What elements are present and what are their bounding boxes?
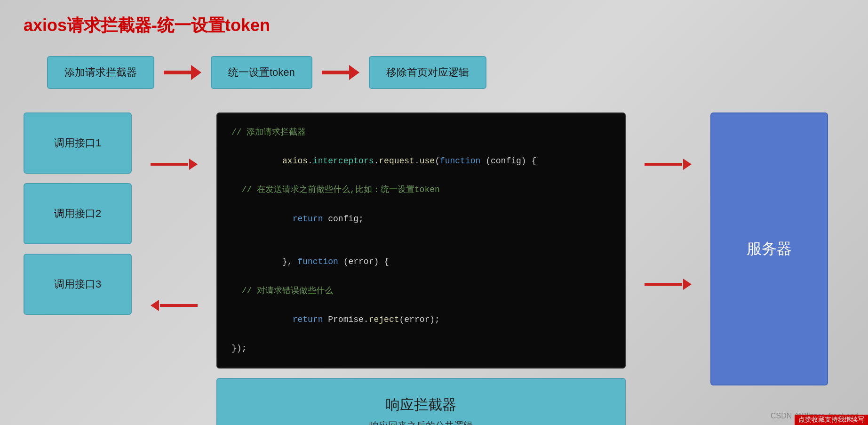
arrow-from-server [645,216,692,353]
right-arrows [645,112,692,353]
main-content: 调用接口1 调用接口2 调用接口3 // 添加请求拦截器 axios.inter… [24,112,844,425]
flow-arrow-1 [164,63,201,82]
left-mid-arrows [151,112,198,336]
left-column: 调用接口1 调用接口2 调用接口3 [24,112,132,315]
code-request: request [379,156,414,166]
code-reject: reject [369,315,399,324]
response-subtitle: 响应回来之后的公共逻辑 [369,419,473,425]
arrow-right-icon-2 [322,63,359,82]
page: axios请求拦截器-统一设置token 添加请求拦截器 统一设置token 移… [0,0,868,425]
response-box: 响应拦截器 响应回来之后的公共逻辑 [216,378,626,425]
top-flow: 添加请求拦截器 统一设置token 移除首页对应逻辑 [47,56,844,89]
code-line-7: return Promise.reject(error); [231,298,611,341]
arrow-to-server [645,112,692,216]
code-return1: return [282,214,323,224]
arrow-mid-to-left-3 [151,301,198,310]
arrow-server-to-mid [645,280,692,289]
code-axios: axios [282,156,308,166]
code-error-val: (error); [399,315,439,324]
flow-arrow-2 [322,63,359,82]
code-line-6: // 对请求错误做些什么 [231,284,611,298]
page-title: axios请求拦截器-统一设置token [24,14,844,37]
arrow-right-icon-1 [164,63,201,82]
code-line-2: axios.interceptors.request.use(function … [231,140,611,183]
flow-box-1: 添加请求拦截器 [47,56,154,89]
code-return2: return [282,315,323,324]
code-dot3: . [414,156,420,166]
code-function1: function [440,156,480,166]
arrow-container-3 [151,275,198,336]
api-box-3: 调用接口3 [24,254,132,315]
arrow-container-2 [151,204,198,265]
code-block: // 添加请求拦截器 axios.interceptors.request.us… [216,112,626,369]
code-use: use [420,156,435,166]
code-dot1: . [308,156,313,166]
response-title: 响应拦截器 [386,395,456,415]
api-box-1: 调用接口1 [24,112,132,174]
watermark-red: 点赞收藏支持我继续写 [795,415,868,425]
arrow-left-to-mid-1 [151,160,198,169]
middle-column: // 添加请求拦截器 axios.interceptors.request.us… [216,112,626,425]
code-function2: function [293,257,338,266]
arrow-mid-to-server [645,160,692,169]
code-promise: Promise. [323,315,368,324]
api-box-2: 调用接口2 [24,183,132,244]
code-close1: }, [282,257,293,266]
code-dot2: . [374,156,379,166]
code-line-5: }, function (error) { [231,241,611,284]
code-line-8: }); [231,341,611,356]
code-error-param: (error) { [338,257,389,266]
code-line-3: // 在发送请求之前做些什么,比如：统一设置token [231,183,611,197]
flow-box-2: 统一设置token [211,56,312,89]
right-column: 服务器 [710,112,828,385]
code-config-val: config; [323,214,363,224]
code-config: (config) { [480,156,536,166]
flow-box-3: 移除首页对应逻辑 [369,56,486,89]
server-box: 服务器 [710,112,828,385]
code-paren1: ( [435,156,440,166]
code-line-1: // 添加请求拦截器 [231,125,611,140]
code-line-4: return config; [231,197,611,241]
code-interceptors: interceptors [313,156,374,166]
arrow-container-1 [151,134,198,195]
